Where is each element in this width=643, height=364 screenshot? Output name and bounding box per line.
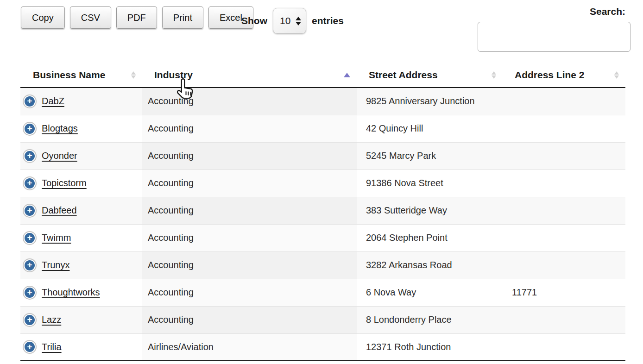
column-header-address-line-2[interactable]: Address Line 2 [503,63,625,88]
address-line-2-cell: 11771 [503,279,625,306]
copy-button[interactable]: Copy [21,6,65,29]
street-address-cell: 5245 Marcy Park [357,142,503,169]
address-line-2-cell [503,115,625,142]
expand-row-button[interactable]: + [24,95,36,107]
sort-arrows-icon [492,71,496,79]
table-head: Business Name Industry Street Address Ad… [20,63,625,88]
header-row: Business Name Industry Street Address Ad… [20,63,625,88]
expand-row-button[interactable]: + [24,341,36,353]
expand-row-button[interactable]: + [24,259,36,271]
industry-cell: Accounting [142,88,357,115]
entries-select[interactable]: 10 [273,8,306,34]
industry-cell: Accounting [142,115,357,142]
industry-cell: Accounting [142,279,357,306]
column-label: Business Name [33,69,105,80]
industry-cell: Accounting [142,169,357,197]
street-address-cell: 383 Sutteridge Way [357,197,503,224]
sort-arrows-icon [614,71,619,79]
street-address-cell: 8 Londonderry Place [357,306,503,333]
column-label: Address Line 2 [515,69,585,80]
table-row: + Twimm Accounting 2064 Stephen Point [20,224,625,251]
business-name-link[interactable]: Twimm [42,232,71,243]
industry-cell: Accounting [142,224,357,251]
expand-row-button[interactable]: + [24,177,36,189]
sort-arrows-icon [131,71,136,79]
column-header-business-name[interactable]: Business Name [20,63,142,88]
expand-row-button[interactable]: + [24,287,36,299]
address-line-2-cell [503,306,625,333]
pdf-button[interactable]: PDF [116,6,157,29]
address-line-2-cell [503,88,625,115]
expand-row-button[interactable]: + [24,232,36,244]
table-row: + Trunyx Accounting 3282 Arkansas Road [20,251,625,279]
table-row: + Trilia Airlines/Aviation 12371 Roth Ju… [20,333,625,361]
address-line-2-cell [503,197,625,224]
expand-row-button[interactable]: + [24,150,36,162]
business-name-link[interactable]: Thoughtworks [42,287,100,298]
street-address-cell: 42 Quincy Hill [357,115,503,142]
industry-cell: Airlines/Aviation [142,333,357,361]
search-label: Search: [590,6,625,17]
expand-row-button[interactable]: + [24,205,36,217]
street-address-cell: 3282 Arkansas Road [357,251,503,279]
csv-button[interactable]: CSV [70,6,111,29]
show-label: Show [241,15,267,26]
industry-cell: Accounting [142,251,357,279]
address-line-2-cell [503,224,625,251]
table-row: + Blogtags Accounting 42 Quincy Hill [20,115,625,142]
column-label: Street Address [369,69,438,80]
entries-label: entries [312,15,344,26]
column-header-industry[interactable]: Industry [142,63,357,88]
business-name-link[interactable]: Dabfeed [42,205,77,216]
sort-asc-icon [344,73,350,77]
industry-cell: Accounting [142,197,357,224]
address-line-2-cell [503,142,625,169]
address-line-2-cell [503,333,625,361]
business-name-link[interactable]: Blogtags [42,123,78,134]
expand-row-button[interactable]: + [24,314,36,326]
stepper-arrows-icon [296,17,301,25]
business-table: Business Name Industry Street Address Ad… [20,63,625,361]
table-row: + Lazz Accounting 8 Londonderry Place [20,306,625,333]
industry-cell: Accounting [142,142,357,169]
table-row: + Oyonder Accounting 5245 Marcy Park [20,142,625,169]
street-address-cell: 91386 Nova Street [357,169,503,197]
table-row: + Dabfeed Accounting 383 Sutteridge Way [20,197,625,224]
column-header-street-address[interactable]: Street Address [357,63,503,88]
street-address-cell: 6 Nova Way [357,279,503,306]
street-address-cell: 12371 Roth Junction [357,333,503,361]
industry-cell: Accounting [142,306,357,333]
table-row: + Thoughtworks Accounting 6 Nova Way 117… [20,279,625,306]
page-length-control: Show 10 entries [241,8,344,34]
address-line-2-cell [503,251,625,279]
export-buttons: Copy CSV PDF Print Excel [21,6,253,29]
address-line-2-cell [503,169,625,197]
search-input[interactable] [478,22,630,52]
entries-select-value: 10 [280,15,290,26]
business-name-link[interactable]: Trilia [42,342,62,352]
street-address-cell: 2064 Stephen Point [357,224,503,251]
datatable-page: Copy CSV PDF Print Excel Show 10 entries… [0,0,643,364]
business-name-link[interactable]: Oyonder [42,151,77,161]
table-row: + Topicstorm Accounting 91386 Nova Stree… [20,169,625,197]
business-name-link[interactable]: Topicstorm [42,178,87,188]
business-name-link[interactable]: DabZ [42,96,64,107]
column-label: Industry [154,69,193,80]
print-button[interactable]: Print [162,6,203,29]
table-row: + DabZ Accounting 9825 Anniversary Junct… [20,88,625,115]
business-name-link[interactable]: Trunyx [42,260,69,270]
business-name-link[interactable]: Lazz [42,314,61,325]
table-body: + DabZ Accounting 9825 Anniversary Junct… [20,88,625,361]
expand-row-button[interactable]: + [24,123,36,135]
street-address-cell: 9825 Anniversary Junction [357,88,503,115]
